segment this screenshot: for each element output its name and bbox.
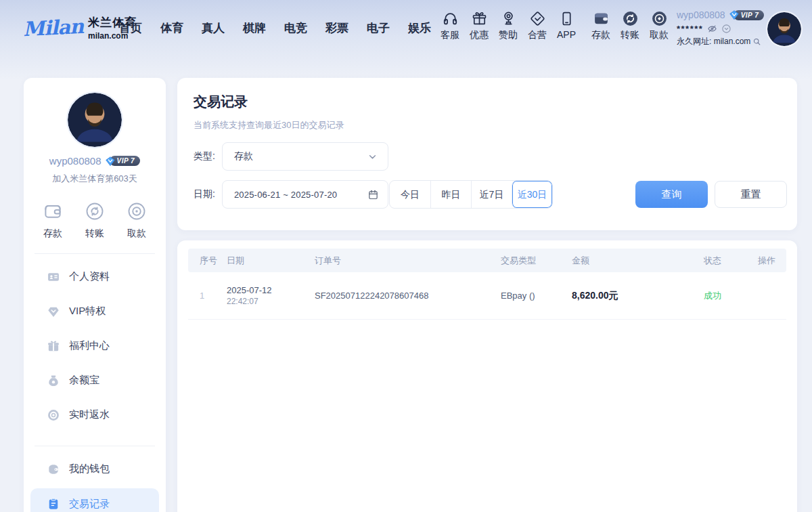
col-header-action: 操作: [758, 255, 786, 267]
date-range-input[interactable]: 2025-06-21 ~ 2025-07-20: [222, 180, 388, 209]
avatar-image: [68, 93, 122, 147]
transfer-filled-icon: [622, 10, 639, 27]
deposit-quick-action[interactable]: 存款: [43, 201, 63, 240]
nav-item-lottery[interactable]: 彩票: [325, 20, 348, 36]
col-header-status: 状态: [704, 255, 758, 267]
trophy-icon: [500, 10, 517, 27]
records-table-panel: 序号 日期 订单号 交易类型 金额 状态 操作 1 2025-07-12 22:…: [177, 240, 797, 512]
nav-item-sports[interactable]: 体育: [160, 20, 183, 36]
sidebar-wallet-menu: 我的钱包 交易记录: [24, 452, 166, 512]
page-title: 交易记录: [194, 93, 248, 111]
type-label: 类型:: [194, 150, 215, 163]
table-row: 1 2025-07-12 22:42:07 SF2025071222420786…: [188, 272, 786, 320]
handshake-icon: [529, 10, 546, 27]
type-filter-row: 类型: 存款: [194, 142, 388, 171]
col-header-index: 序号: [200, 255, 227, 267]
avatar[interactable]: [767, 12, 801, 46]
sidebar-item-rebate[interactable]: 实时返水: [24, 398, 166, 432]
benefits-icon: [47, 339, 60, 353]
affiliate-button[interactable]: 合营: [524, 10, 550, 41]
deposit-button[interactable]: 存款: [588, 10, 614, 41]
user-info-block: wyp080808 VIP 7 ****** 永久网址: milan.com: [677, 8, 763, 47]
col-header-order-no: 订单号: [315, 255, 501, 267]
withdraw-quick-action[interactable]: 取款: [127, 201, 147, 240]
sidebar-item-profile[interactable]: 个人资料: [24, 259, 166, 294]
main-nav: 首页 体育 真人 棋牌 电竞 彩票 电子 娱乐: [119, 20, 431, 36]
header-toolbar: 客服 优惠 赞助 合营 APP 存款 转账 取款: [437, 10, 675, 41]
row-status: 成功: [704, 290, 758, 302]
row-index: 1: [200, 291, 227, 301]
gift-icon: [471, 10, 488, 27]
col-header-amount: 金额: [572, 255, 704, 267]
chevron-circle-icon[interactable]: [721, 24, 731, 34]
nav-item-slots[interactable]: 电子: [367, 20, 390, 36]
page-subtitle: 当前系统支持查询最近30日的交易记录: [194, 119, 344, 131]
join-days-text: 加入米兰体育第603天: [24, 173, 166, 185]
masked-balance: ******: [677, 24, 703, 34]
row-date: 2025-07-12 22:42:07: [227, 285, 315, 306]
sidebar-item-yuebao[interactable]: 余额宝: [24, 363, 166, 398]
row-amount: 8,620.00元: [572, 290, 704, 302]
withdraw-filled-icon: [651, 10, 668, 27]
vip-diamond-icon: [105, 156, 116, 167]
row-date-time: 22:42:07: [227, 297, 315, 306]
customer-service-button[interactable]: 客服: [437, 10, 463, 41]
range-yesterday-button[interactable]: 昨日: [430, 181, 471, 208]
vip-diamond-icon: [729, 9, 740, 20]
nav-item-entertainment[interactable]: 娱乐: [408, 20, 431, 36]
wallet-filled-icon: [593, 10, 610, 27]
date-label: 日期:: [194, 188, 215, 200]
sidebar-item-vip[interactable]: VIP特权: [24, 294, 166, 328]
search-button[interactable]: 查询: [635, 181, 708, 208]
nav-item-esports[interactable]: 电竞: [284, 20, 307, 36]
gem-icon: [47, 305, 60, 318]
divider: [35, 253, 155, 254]
top-header: Milan 米兰体育 milan.com 首页 体育 真人 棋牌 电竞 彩票 电…: [0, 0, 812, 58]
promotions-button[interactable]: 优惠: [466, 10, 492, 41]
vip-badge: VIP 7: [729, 9, 765, 20]
chevron-down-icon: [367, 151, 378, 163]
vip-badge: VIP 7: [105, 156, 141, 167]
date-range-value: 2025-06-21 ~ 2025-07-20: [234, 190, 367, 200]
date-filter-row: 日期: 2025-06-21 ~ 2025-07-20: [194, 180, 388, 209]
headset-icon: [442, 10, 459, 27]
range-30days-button[interactable]: 近30日: [512, 181, 552, 208]
sidebar-item-transaction-records[interactable]: 交易记录: [30, 488, 159, 512]
divider: [35, 446, 155, 446]
avatar-image: [767, 12, 801, 46]
sidebar: wyp080808 VIP 7 加入米兰体育第603天 存款 转账 取款 个人资…: [24, 78, 166, 512]
range-7days-button[interactable]: 近7日: [471, 181, 512, 208]
withdraw-button[interactable]: 取款: [646, 10, 672, 41]
phone-icon: [558, 10, 575, 27]
avatar[interactable]: [68, 93, 122, 147]
type-select[interactable]: 存款: [222, 142, 388, 171]
row-type: EBpay (): [501, 291, 572, 301]
nav-item-live[interactable]: 真人: [202, 20, 225, 36]
sidebar-item-benefits[interactable]: 福利中心: [24, 328, 166, 363]
col-header-type: 交易类型: [501, 255, 572, 267]
eye-off-icon[interactable]: [707, 24, 717, 34]
nav-item-home[interactable]: 首页: [119, 20, 142, 36]
my-wallet-icon: [47, 463, 60, 476]
col-header-date: 日期: [227, 255, 315, 267]
sidebar-username: wyp080808: [49, 155, 102, 167]
moneybag-icon: [47, 374, 60, 387]
row-date-day: 2025-07-12: [227, 285, 315, 295]
withdraw-outline-icon: [127, 201, 147, 221]
header-username[interactable]: wyp080808: [677, 9, 725, 20]
id-card-icon: [47, 270, 60, 284]
transfer-quick-action[interactable]: 转账: [85, 201, 105, 240]
reset-button[interactable]: 重置: [715, 181, 787, 208]
magnifier-icon[interactable]: [752, 37, 761, 46]
type-select-value: 存款: [234, 150, 367, 163]
row-order-no: SF202507122242078607468: [315, 291, 501, 301]
sponsorship-button[interactable]: 赞助: [495, 10, 521, 41]
wallet-outline-icon: [43, 201, 63, 221]
nav-item-cards[interactable]: 棋牌: [243, 20, 266, 36]
range-today-button[interactable]: 今日: [390, 181, 430, 208]
transfer-button[interactable]: 转账: [617, 10, 643, 41]
table-header-row: 序号 日期 订单号 交易类型 金额 状态 操作: [188, 249, 786, 272]
sidebar-item-my-wallet[interactable]: 我的钱包: [24, 452, 166, 486]
sidebar-menu: 个人资料 VIP特权 福利中心 余额宝 实时返水: [24, 259, 166, 432]
app-download-button[interactable]: APP: [554, 10, 579, 41]
